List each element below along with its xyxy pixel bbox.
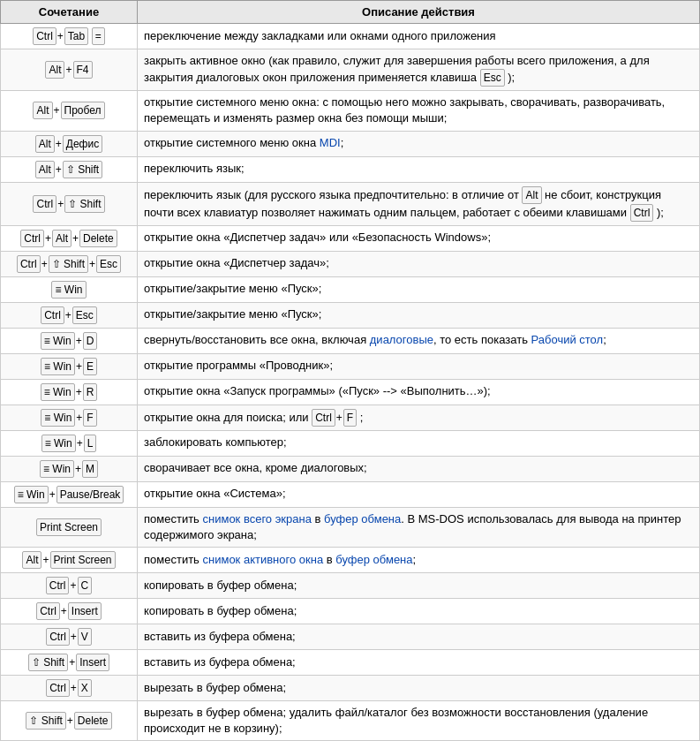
plus-separator: +	[71, 682, 77, 694]
plus-separator: +	[45, 232, 51, 245]
key-badge: Print Screen	[36, 518, 102, 536]
shortcut-cell: ≡ Win+R	[1, 379, 138, 405]
key-badge: Delete	[74, 712, 112, 730]
table-row: ≡ Winоткрытие/закрытие меню «Пуск»;	[1, 276, 700, 302]
key-badge: E	[83, 358, 97, 375]
shortcut-cell: Ctrl+Insert	[1, 598, 138, 624]
screenshot-link[interactable]: снимок всего экрана	[203, 512, 312, 526]
description-cell: открытие окна «Диспетчер задач» или «Без…	[138, 225, 700, 251]
key-badge: Ctrl	[36, 602, 60, 620]
key-badge: L	[84, 435, 97, 452]
description-cell: открытие/закрытие меню «Пуск»;	[138, 302, 700, 328]
key-badge: ≡ Win	[41, 332, 75, 350]
table-row: Ctrl+⇧ Shiftпереключить язык (для русско…	[1, 182, 700, 225]
key-badge: ≡ Win	[41, 358, 75, 375]
table-row: Alt+⇧ Shiftпереключить язык;	[1, 156, 700, 182]
plus-separator: +	[75, 463, 81, 475]
description-cell: поместить снимок всего экрана в буфер об…	[138, 507, 700, 547]
key-badge: Ctrl	[33, 27, 56, 45]
table-row: Alt+F4закрыть активное окно (как правило…	[1, 49, 700, 91]
key-badge: Ctrl	[41, 306, 64, 324]
key-badge: ≡ Win	[14, 486, 49, 503]
plus-separator: +	[56, 138, 62, 150]
table-row: ≡ Win+Pause/Breakоткрытие окна «Система»…	[1, 481, 700, 507]
plus-separator: +	[72, 232, 79, 245]
key-badge: Alt	[22, 551, 41, 569]
plus-separator: +	[65, 64, 72, 76]
table-row: ≡ Win+Rоткрытие окна «Запуск программы» …	[1, 379, 700, 405]
key-badge: ≡ Win	[40, 460, 74, 478]
table-row: Ctrl+⇧ Shift+Escоткрытие окна «Диспетчер…	[1, 251, 700, 276]
shortcut-cell: ≡ Win+D	[1, 328, 138, 353]
key-badge: Alt	[45, 61, 64, 79]
plus-separator: +	[69, 656, 75, 669]
key-badge: Delete	[79, 230, 117, 247]
description-cell: переключить язык (для русского языка пре…	[138, 182, 700, 225]
table-row: ≡ Win+Eоткрытие программы «Проводник»;	[1, 353, 700, 379]
shortcut-cell: Print Screen	[1, 507, 138, 547]
key-badge: Esc	[480, 69, 505, 87]
description-cell: вставить из буфера обмена;	[138, 649, 700, 675]
key-badge: ⇧ Shift	[63, 161, 102, 178]
shortcut-cell: Ctrl+Esc	[1, 302, 138, 328]
plus-separator: +	[41, 258, 48, 270]
shortcut-cell: ≡ Win+F	[1, 405, 138, 430]
key-badge: ≡ Win	[51, 281, 86, 299]
plus-separator: +	[65, 309, 72, 321]
col-header-shortcut: Сочетание	[1, 1, 138, 24]
key-badge: F4	[73, 61, 93, 79]
mdi-link[interactable]: MDI	[320, 136, 341, 149]
plus-separator: +	[61, 605, 67, 617]
description-cell: открытие системного меню окна: с помощью…	[138, 91, 700, 131]
key-badge: Alt	[35, 161, 55, 178]
key-badge: ≡ Win	[41, 383, 75, 401]
shortcut-cell: ⇧ Shift+Delete	[1, 700, 138, 740]
table-row: ⇧ Shift+Insertвставить из буфера обмена;	[1, 649, 700, 675]
plus-separator: +	[42, 554, 49, 566]
col-header-description: Описание действия	[138, 1, 700, 24]
plus-separator: +	[76, 386, 82, 398]
key-badge: F	[343, 409, 357, 427]
description-cell: переключить язык;	[138, 156, 700, 182]
key-badge: Esc	[96, 255, 121, 273]
plus-separator: +	[57, 30, 64, 42]
description-cell: переключение между закладками или окнами…	[138, 24, 700, 49]
table-row: ≡ Win+Fоткрытие окна для поиска; или Ctr…	[1, 405, 700, 430]
clipboard-link[interactable]: буфер обмена	[324, 512, 401, 526]
key-badge: ≡ Win	[41, 435, 76, 452]
table-row: Alt+Пробелоткрытие системного меню окна:…	[1, 91, 700, 131]
table-row: Ctrl+Insertкопировать в буфер обмена;	[1, 598, 700, 624]
description-cell: поместить снимок активного окна в буфер …	[138, 547, 700, 572]
key-badge: Esc	[72, 306, 97, 324]
clipboard-link2[interactable]: буфер обмена	[335, 553, 412, 566]
shortcut-cell: Alt+Пробел	[1, 91, 138, 131]
key-badge: Ctrl	[33, 195, 56, 213]
shortcut-cell: ≡ Win+E	[1, 353, 138, 379]
key-badge: ⇧ Shift	[64, 195, 104, 213]
key-badge: V	[78, 628, 92, 646]
dialog-link[interactable]: диалоговые	[370, 333, 433, 346]
shortcut-cell: ⇧ Shift+Insert	[1, 649, 138, 675]
plus-separator: +	[67, 715, 73, 727]
plus-separator: +	[70, 579, 76, 592]
key-badge: Ctrl	[46, 628, 70, 646]
description-cell: открытие окна для поиска; или Ctrl+F ;	[138, 405, 700, 430]
key-badge: Ctrl	[46, 679, 70, 697]
description-cell: вырезать в буфер обмена;	[138, 675, 700, 700]
description-cell: открытие окна «Система»;	[138, 481, 700, 507]
description-cell: закрыть активное окно (как правило, служ…	[138, 49, 700, 91]
description-cell: открытие/закрытие меню «Пуск»;	[138, 276, 700, 302]
desktop-link[interactable]: Рабочий стол	[531, 333, 604, 346]
key-badge: Ctrl	[17, 255, 41, 273]
description-cell: открытие окна «Диспетчер задач»;	[138, 251, 700, 276]
key-badge: Alt	[522, 186, 541, 204]
key-badge: Pause/Break	[56, 486, 124, 503]
key-badge: F	[83, 409, 96, 427]
key-badge: Insert	[76, 654, 109, 671]
table-row: Alt+Print Screenпоместить снимок активно…	[1, 547, 700, 572]
active-window-screenshot-link[interactable]: снимок активного окна	[203, 553, 324, 566]
key-badge: Ctrl	[630, 204, 654, 222]
key-badge: Insert	[68, 602, 102, 620]
shortcut-cell: Ctrl+C	[1, 572, 138, 598]
key-badge: M	[82, 460, 98, 478]
